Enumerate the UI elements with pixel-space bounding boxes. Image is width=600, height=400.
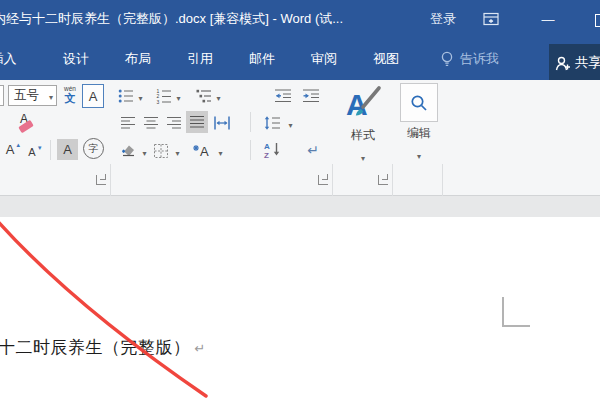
- ribbon: 五号 wén 文 A A A ▲ A ▼ A 字: [0, 80, 600, 196]
- align-right-icon: [166, 115, 182, 131]
- justify-icon: [189, 114, 205, 130]
- align-left-icon: [120, 115, 136, 131]
- tab-insert-partial[interactable]: 插入: [0, 38, 20, 80]
- decrease-indent-button[interactable]: [272, 85, 294, 106]
- divider: [50, 140, 51, 160]
- document-background: [0, 196, 600, 217]
- enclose-characters-icon: 字: [89, 142, 99, 156]
- paint-bucket-icon: [119, 142, 137, 159]
- borders-dropdown[interactable]: [173, 140, 182, 161]
- chevron-down-icon: [417, 145, 421, 163]
- ribbon-tabs: 插入 设计 布局 引用 邮件 审阅 视图 告诉我 共享: [0, 38, 600, 80]
- character-border-button[interactable]: A: [82, 84, 104, 108]
- character-border-icon: A: [89, 89, 98, 104]
- asian-layout-icon: A: [191, 141, 213, 158]
- tab-view[interactable]: 视图: [368, 38, 404, 80]
- increase-indent-button[interactable]: [300, 85, 322, 106]
- line-spacing-dropdown[interactable]: [286, 112, 295, 133]
- enclose-characters-button[interactable]: 字: [83, 138, 104, 159]
- decrease-indent-icon: [274, 88, 292, 104]
- ribbon-display-options-icon: [483, 12, 499, 26]
- tab-layout[interactable]: 布局: [120, 38, 156, 80]
- borders-icon: [153, 143, 169, 159]
- styles-brush-icon: A: [343, 83, 383, 125]
- tab-review[interactable]: 审阅: [306, 38, 342, 80]
- align-right-button[interactable]: [165, 112, 183, 133]
- lightbulb-icon: [440, 51, 454, 68]
- svg-text:3: 3: [157, 98, 160, 103]
- distributed-icon: [213, 115, 231, 131]
- maximize-button[interactable]: [595, 14, 600, 27]
- document-page[interactable]: [0, 217, 600, 400]
- paragraph-dialog-launcher[interactable]: [318, 175, 328, 185]
- tell-me-box[interactable]: 告诉我: [440, 38, 499, 80]
- align-center-button[interactable]: [142, 112, 160, 133]
- multilevel-list-icon: [196, 88, 212, 104]
- multilevel-list-dropdown[interactable]: [214, 85, 223, 106]
- editing-button[interactable]: 编辑: [396, 83, 442, 163]
- line-spacing-icon: [263, 115, 281, 131]
- numbering-dropdown[interactable]: [174, 85, 183, 106]
- font-size-combo[interactable]: 五号: [8, 85, 57, 106]
- paragraph-mark: ↵: [195, 341, 206, 356]
- svg-text:A: A: [200, 144, 209, 159]
- tab-mailings[interactable]: 邮件: [244, 38, 280, 80]
- grow-font-icon: A: [6, 142, 15, 157]
- clear-formatting-button[interactable]: A: [12, 111, 36, 134]
- minimize-button[interactable]: —: [535, 0, 561, 38]
- shading-dropdown[interactable]: [140, 140, 149, 161]
- numbering-button[interactable]: 1 2 3: [155, 85, 173, 106]
- show-hide-marks-button[interactable]: ↵: [302, 139, 324, 160]
- font-name-combo-partial[interactable]: [0, 85, 4, 106]
- word-window: 内经与十二时辰养生（完整版）.docx [兼容模式] - Word (试... …: [0, 0, 600, 400]
- text-boundary-mark: [502, 297, 504, 327]
- bullets-button[interactable]: [117, 85, 135, 106]
- svg-text:Z: Z: [264, 151, 269, 159]
- grow-font-button[interactable]: A ▲: [4, 139, 23, 160]
- styles-button[interactable]: A 样式: [336, 83, 390, 163]
- styles-dialog-launcher[interactable]: [378, 175, 388, 185]
- justify-button[interactable]: [186, 111, 208, 133]
- divider: [250, 112, 251, 132]
- asian-layout-dropdown[interactable]: [216, 140, 225, 161]
- bullets-icon: [118, 88, 134, 104]
- svg-text:A: A: [264, 142, 270, 151]
- borders-button[interactable]: [152, 140, 170, 161]
- shrink-font-button[interactable]: A ▼: [27, 141, 44, 162]
- share-person-icon: [555, 56, 571, 71]
- window-title: 内经与十二时辰养生（完整版）.docx [兼容模式] - Word (试...: [0, 0, 343, 38]
- multilevel-list-button[interactable]: [195, 85, 213, 106]
- tab-design[interactable]: 设计: [58, 38, 94, 80]
- phonetic-guide-button[interactable]: wén 文: [61, 83, 79, 107]
- font-dialog-launcher[interactable]: [96, 175, 106, 185]
- document-heading[interactable]: 十二时辰养生（完整版） ↵: [0, 336, 206, 359]
- share-button[interactable]: 共享: [549, 44, 600, 82]
- chevron-down-icon: [49, 89, 53, 103]
- character-shading-icon: A: [63, 142, 72, 157]
- tab-references[interactable]: 引用: [182, 38, 218, 80]
- asian-layout-button[interactable]: A: [190, 139, 214, 160]
- paragraph-marks-icon: ↵: [307, 142, 319, 158]
- bullets-dropdown[interactable]: [136, 85, 145, 106]
- font-size-value: 五号: [14, 87, 49, 104]
- increase-indent-icon: [302, 88, 320, 104]
- text-boundary-mark: [502, 325, 530, 327]
- search-icon: [400, 83, 438, 122]
- shading-button[interactable]: [118, 140, 138, 161]
- numbering-icon: 1 2 3: [156, 88, 172, 104]
- distributed-button[interactable]: [211, 112, 233, 133]
- sign-in-button[interactable]: 登录: [420, 0, 466, 38]
- divider: [250, 140, 251, 160]
- sort-az-icon: A Z: [263, 141, 283, 159]
- sort-button[interactable]: A Z: [261, 139, 285, 160]
- align-left-button[interactable]: [119, 112, 137, 133]
- chevron-down-icon: [361, 147, 365, 165]
- character-shading-button[interactable]: A: [57, 139, 78, 160]
- title-bar: 内经与十二时辰养生（完整版）.docx [兼容模式] - Word (试... …: [0, 0, 600, 38]
- shrink-font-icon: A: [28, 146, 35, 158]
- ribbon-display-options-button[interactable]: [480, 0, 502, 38]
- line-spacing-button[interactable]: [261, 112, 283, 133]
- align-center-icon: [143, 115, 159, 131]
